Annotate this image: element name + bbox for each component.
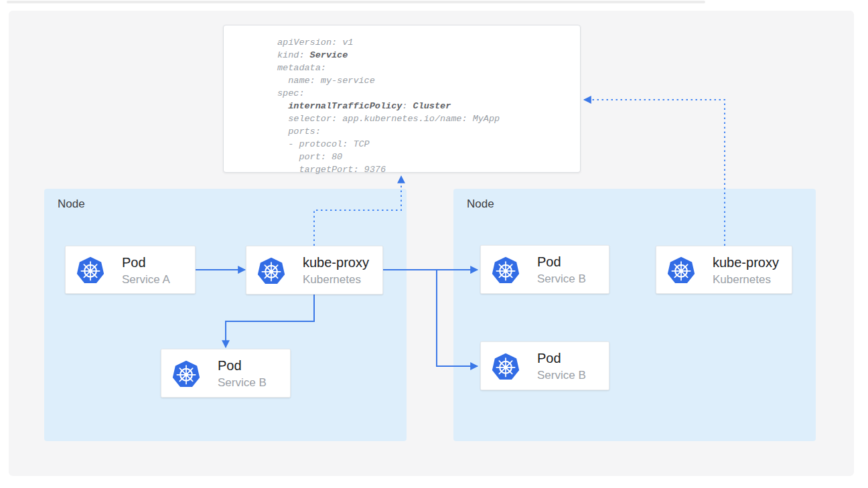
node-label: Node: [467, 197, 494, 211]
kubernetes-icon: [171, 359, 201, 388]
kubernetes-traffic-diagram: apiVersion: v1kind: Servicemetadata: nam…: [0, 0, 868, 488]
yaml-code-line: name: my-service: [277, 74, 573, 87]
card-kube-proxy-left: kube-proxy Kubernetes: [246, 246, 383, 295]
card-pod-service-b-right-bottom: Pod Service B: [480, 341, 609, 390]
kubernetes-icon: [491, 255, 520, 284]
yaml-code-line: port: 80: [277, 151, 573, 163]
yaml-code-line: internalTrafficPolicy: Cluster: [277, 100, 573, 112]
kubernetes-icon: [666, 255, 696, 284]
service-yaml-card: apiVersion: v1kind: Servicemetadata: nam…: [223, 25, 581, 173]
card-subtitle: Service B: [537, 271, 586, 287]
yaml-code-line: metadata:: [277, 62, 573, 74]
card-subtitle: Service B: [537, 368, 586, 383]
card-pod-service-a: Pod Service A: [65, 246, 196, 294]
card-subtitle: Kubernetes: [713, 272, 779, 287]
yaml-code-line: spec:: [277, 87, 573, 100]
card-subtitle: Service B: [218, 375, 267, 390]
yaml-code-line: - protocol: TCP: [277, 138, 573, 151]
card-title: Pod: [537, 253, 586, 270]
card-pod-service-b-left: Pod Service B: [161, 349, 291, 398]
yaml-code-line: apiVersion: v1: [277, 36, 573, 49]
node-left: Node: [44, 189, 407, 441]
card-subtitle: Kubernetes: [303, 272, 369, 287]
card-title: Pod: [218, 357, 267, 374]
top-divider: [7, 1, 705, 3]
kubernetes-icon: [257, 256, 286, 285]
yaml-code-line: kind: Service: [277, 49, 573, 62]
card-title: kube-proxy: [713, 254, 779, 271]
node-label: Node: [58, 197, 85, 211]
yaml-code-line: targetPort: 9376: [277, 163, 573, 176]
card-title: kube-proxy: [303, 254, 369, 271]
card-kube-proxy-right: kube-proxy Kubernetes: [656, 246, 792, 294]
service-yaml-code: apiVersion: v1kind: Servicemetadata: nam…: [277, 36, 573, 176]
card-title: Pod: [122, 254, 170, 271]
kubernetes-icon: [491, 351, 520, 381]
card-title: Pod: [537, 349, 586, 367]
yaml-code-line: selector: app.kubernetes.io/name: MyApp: [277, 112, 573, 125]
kubernetes-icon: [76, 255, 105, 284]
card-subtitle: Service A: [122, 272, 170, 287]
card-pod-service-b-right-top: Pod Service B: [480, 245, 609, 294]
node-right: Node: [453, 189, 816, 441]
yaml-code-line: ports:: [277, 125, 573, 138]
